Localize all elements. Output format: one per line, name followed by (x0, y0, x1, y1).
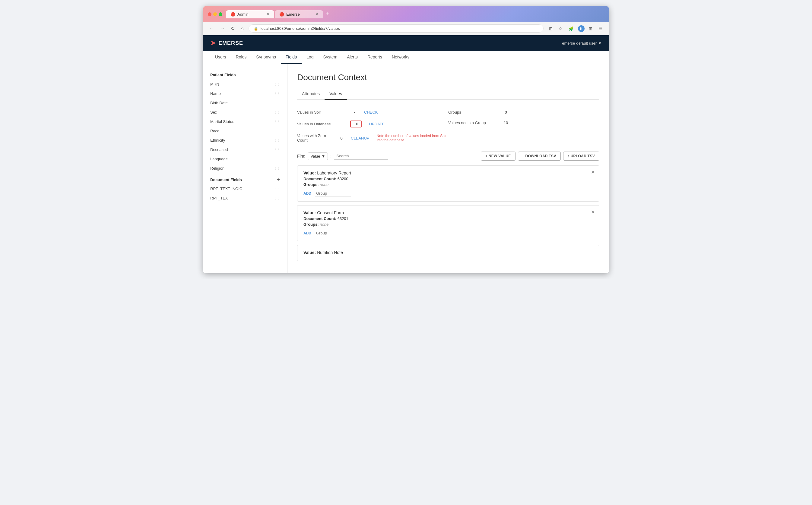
value-card-close-0[interactable]: ✕ (591, 169, 595, 175)
drag-handle-deceased: ⋮⋮ (274, 148, 280, 151)
sidebar-label-rpt-text: RPT_TEXT (210, 196, 230, 200)
sidebar-item-religion[interactable]: Religion ⋮⋮ (203, 164, 287, 173)
cleanup-link[interactable]: CLEANUP (351, 136, 369, 140)
check-link[interactable]: CHECK (364, 110, 378, 115)
tab-values[interactable]: Values (325, 88, 347, 100)
stat-row-groups: Groups 0 (448, 107, 599, 118)
find-dropdown-value: Value (310, 154, 320, 159)
user-name: emerse default user (562, 41, 597, 45)
download-tsv-button[interactable]: ↓ DOWNLOAD TSV (518, 152, 561, 161)
tab-attributes[interactable]: Attributes (297, 88, 325, 100)
value-doc-count-0: Document Count: 63200 (304, 177, 593, 181)
apps-button[interactable]: ⊞ (587, 25, 594, 32)
sidebar-item-rpt-text[interactable]: RPT_TEXT ⋮⋮ (203, 193, 287, 203)
browser-tab-admin[interactable]: 🔴 Admin ✕ (226, 10, 274, 18)
tab-label-emerse: Emerse (286, 12, 300, 17)
sidebar-label-race: Race (210, 129, 219, 133)
minimize-dot[interactable] (213, 12, 217, 16)
nav-networks[interactable]: Networks (387, 51, 414, 64)
sidebar-item-race[interactable]: Race ⋮⋮ (203, 126, 287, 136)
window-controls (208, 12, 222, 16)
tab-favicon-admin: 🔴 (231, 12, 235, 17)
value-title-1: Value: Consent Form (304, 210, 593, 215)
sidebar-item-rpt-noic[interactable]: RPT_TEXT_NOIC ⋮⋮ (203, 184, 287, 193)
value-group-input-1[interactable] (315, 230, 351, 236)
value-card-0: ✕ Value: Laboratory Report Document Coun… (297, 165, 599, 202)
sidebar-item-sex[interactable]: Sex ⋮⋮ (203, 108, 287, 117)
groups-value: 0 (501, 110, 510, 115)
nav-synonyms[interactable]: Synonyms (251, 51, 280, 64)
nav-system[interactable]: System (318, 51, 342, 64)
sidebar-item-mrn[interactable]: MRN ⋮⋮ (203, 79, 287, 89)
home-button[interactable]: ⌂ (239, 25, 245, 32)
menu-button[interactable]: ☰ (597, 25, 604, 32)
nav-fields[interactable]: Fields (281, 51, 302, 64)
nav-roles[interactable]: Roles (231, 51, 252, 64)
nav-log[interactable]: Log (302, 51, 318, 64)
stat-row-zero-count: Values with Zero Count 0 CLEANUP Note th… (297, 131, 448, 146)
sidebar-label-name: Name (210, 91, 221, 96)
add-document-field-button[interactable]: + (276, 177, 280, 183)
user-menu[interactable]: emerse default user ▼ (562, 41, 602, 45)
value-title-0: Value: Laboratory Report (304, 171, 593, 175)
drag-handle-name: ⋮⋮ (274, 92, 280, 95)
update-link[interactable]: UPDATE (369, 122, 384, 126)
sidebar: Patient Fields MRN ⋮⋮ Name ⋮⋮ Birth Date… (203, 64, 287, 273)
sidebar-item-birthdate[interactable]: Birth Date ⋮⋮ (203, 98, 287, 108)
sidebar-label-marital-status: Marital Status (210, 119, 234, 124)
logo-icon: ➤ (210, 39, 216, 47)
reload-button[interactable]: ↻ (230, 24, 236, 32)
sidebar-label-mrn: MRN (210, 82, 219, 87)
drag-handle-mrn: ⋮⋮ (274, 82, 280, 86)
sidebar-label-rpt-noic: RPT_TEXT_NOIC (210, 186, 242, 191)
value-add-group-0[interactable]: ADD (304, 191, 311, 196)
close-dot[interactable] (208, 12, 212, 16)
forward-button[interactable]: → (219, 25, 226, 32)
values-in-solr-value: - (350, 110, 359, 115)
sidebar-item-ethnicity[interactable]: Ethnicity ⋮⋮ (203, 136, 287, 145)
sidebar-item-marital-status[interactable]: Marital Status ⋮⋮ (203, 117, 287, 126)
sidebar-label-birthdate: Birth Date (210, 101, 228, 105)
profile-button[interactable]: K (578, 25, 585, 32)
address-bar[interactable]: 🔒 localhost:8080/emerse/admin2/fields/7/… (248, 24, 544, 32)
value-add-group-1[interactable]: ADD (304, 230, 311, 236)
stat-row-not-in-group: Values not in a Group 10 (448, 118, 599, 128)
find-colon: : (330, 154, 332, 159)
tab-close-admin[interactable]: ✕ (267, 12, 269, 16)
new-tab-button[interactable]: + (324, 10, 332, 18)
sidebar-label-deceased: Deceased (210, 147, 228, 152)
find-label: Find (297, 154, 305, 159)
app-name: EMERSE (218, 40, 243, 46)
value-card-2: Value: Nutrition Note (297, 245, 599, 261)
drag-handle-sex: ⋮⋮ (274, 111, 280, 114)
back-button[interactable]: ← (208, 25, 215, 32)
bookmarks-button[interactable]: ⊞ (547, 25, 554, 32)
sidebar-item-deceased[interactable]: Deceased ⋮⋮ (203, 145, 287, 154)
browser-tab-emerse[interactable]: 🔴 Emerse ✕ (275, 10, 323, 18)
user-dropdown-icon: ▼ (598, 41, 602, 45)
main-content: Document Context Attributes Values Value… (287, 64, 609, 273)
value-group-input-0[interactable] (315, 190, 351, 196)
search-input[interactable] (334, 152, 388, 160)
sidebar-item-name[interactable]: Name ⋮⋮ (203, 89, 287, 98)
nav-alerts[interactable]: Alerts (342, 51, 363, 64)
browser-titlebar: 🔴 Admin ✕ 🔴 Emerse ✕ + (203, 6, 609, 22)
values-in-solr-label: Values in Solr (297, 110, 345, 115)
extensions-button[interactable]: 🧩 (567, 25, 576, 32)
drag-handle-ethnicity: ⋮⋮ (274, 139, 280, 142)
nav-reports[interactable]: Reports (363, 51, 387, 64)
find-left: Find Value ▼ : (297, 152, 388, 160)
tab-close-emerse[interactable]: ✕ (316, 12, 318, 16)
address-text: localhost:8080/emerse/admin2/fields/7/va… (261, 26, 340, 31)
value-card-close-1[interactable]: ✕ (591, 209, 595, 215)
upload-tsv-button[interactable]: ↑ UPLOAD TSV (563, 152, 599, 161)
star-button[interactable]: ☆ (557, 25, 564, 32)
nav-users[interactable]: Users (210, 51, 231, 64)
find-dropdown[interactable]: Value ▼ (308, 152, 328, 160)
zero-count-value: 0 (337, 136, 346, 140)
new-value-button[interactable]: + NEW VALUE (481, 152, 515, 161)
patient-fields-title: Patient Fields (203, 70, 287, 79)
maximize-dot[interactable] (219, 12, 222, 16)
sidebar-item-language[interactable]: Language ⋮⋮ (203, 154, 287, 164)
stat-note: Note the number of values loaded from So… (376, 134, 448, 142)
